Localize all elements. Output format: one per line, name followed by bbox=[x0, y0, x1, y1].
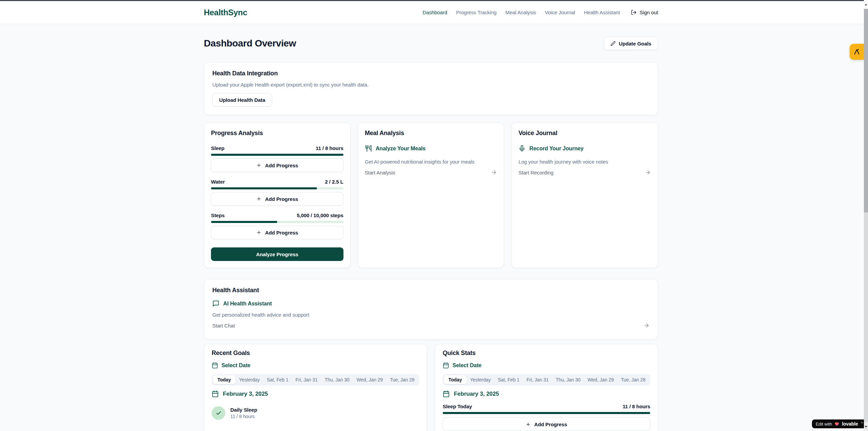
meal-analysis-card: Meal Analysis Analyze Your Meals Get AI-… bbox=[358, 123, 504, 268]
upload-health-data-button[interactable]: Upload Health Data bbox=[212, 93, 272, 107]
metric-label: Sleep bbox=[211, 145, 225, 151]
selected-date[interactable]: February 3, 2025 bbox=[443, 390, 650, 397]
logout-icon bbox=[631, 10, 637, 15]
feature-description: Log your health journey with voice notes bbox=[518, 159, 651, 165]
scrollbar-thumb[interactable] bbox=[864, 9, 868, 212]
plus-icon bbox=[256, 230, 262, 235]
card-title: Progress Analysis bbox=[211, 130, 343, 137]
update-goals-button[interactable]: Update Goals bbox=[604, 37, 658, 50]
date-tab-today[interactable]: Today bbox=[444, 375, 466, 384]
date-tab[interactable]: Wed, Jan 29 bbox=[353, 375, 386, 384]
edit-with-label: Edit with bbox=[816, 421, 832, 427]
sign-out-label: Sign out bbox=[640, 10, 658, 15]
nav-item-progress-tracking[interactable]: Progress Tracking bbox=[456, 10, 496, 15]
feature-link-label: AI Health Assistant bbox=[223, 301, 272, 307]
feature-description: Get AI-powered nutritional insights for … bbox=[365, 159, 497, 165]
upload-health-data-label: Upload Health Data bbox=[219, 97, 265, 103]
date-tab[interactable]: Tue, Jan 28 bbox=[618, 375, 649, 384]
plus-icon bbox=[256, 163, 262, 168]
goal-list-item: Daily Sleep 11 / 8 hours bbox=[212, 406, 419, 420]
metric-sleep: Sleep 11 / 8 hours Add Progress bbox=[211, 145, 343, 172]
card-title: Health Assistant bbox=[212, 287, 650, 294]
date-tab[interactable]: Tue, Jan 28 bbox=[387, 375, 418, 384]
progress-analysis-card: Progress Analysis Sleep 11 / 8 hours Add… bbox=[204, 123, 351, 268]
date-tab[interactable]: Sat, Feb 1 bbox=[494, 375, 523, 384]
lovable-badge-icon bbox=[853, 48, 861, 56]
analyze-your-meals-link[interactable]: Analyze Your Meals bbox=[365, 145, 497, 152]
add-progress-label: Add Progress bbox=[265, 163, 298, 168]
add-progress-steps-button[interactable]: Add Progress bbox=[211, 226, 343, 239]
card-title: Health Data Integration bbox=[212, 70, 650, 77]
select-date-button[interactable]: Select Date bbox=[443, 362, 650, 369]
goal-name: Daily Sleep bbox=[230, 407, 257, 413]
add-progress-water-button[interactable]: Add Progress bbox=[211, 192, 343, 206]
nav-item-health-assistant[interactable]: Health Assistant bbox=[584, 10, 620, 15]
start-recording-action[interactable]: Start Recording bbox=[518, 169, 651, 175]
update-goals-label: Update Goals bbox=[619, 41, 652, 46]
date-tab-yesterday[interactable]: Yesterday bbox=[467, 375, 494, 384]
recent-goals-card: Recent Goals Select Date Today Yesterday… bbox=[204, 344, 427, 431]
feature-action-label: Start Analysis bbox=[365, 170, 395, 175]
selected-date[interactable]: February 3, 2025 bbox=[212, 390, 419, 397]
metric-value: 5,000 / 10,000 steps bbox=[297, 212, 343, 218]
card-title: Voice Journal bbox=[518, 130, 651, 137]
card-description: Upload your Apple Health export (export.… bbox=[212, 82, 650, 88]
arrow-right-icon bbox=[643, 322, 650, 329]
stat-row-sleep-today: Sleep Today 11 / 8 hours bbox=[443, 404, 650, 409]
analyze-progress-button[interactable]: Analyze Progress bbox=[211, 247, 343, 261]
date-tab[interactable]: Wed, Jan 29 bbox=[584, 375, 617, 384]
date-tab[interactable]: Thu, Jan 30 bbox=[552, 375, 584, 384]
edit-with-lovable-badge[interactable]: Edit with lovable × bbox=[812, 419, 867, 428]
add-progress-sleep-button[interactable]: Add Progress bbox=[211, 158, 343, 172]
select-date-label: Select Date bbox=[222, 362, 250, 369]
page-scrollbar[interactable] bbox=[864, 0, 868, 431]
card-title: Meal Analysis bbox=[365, 130, 497, 137]
date-tab-yesterday[interactable]: Yesterday bbox=[236, 375, 263, 384]
feature-action-label: Start Chat bbox=[212, 323, 235, 329]
stat-value: 11 / 8 hours bbox=[623, 404, 650, 409]
plus-icon bbox=[256, 196, 262, 202]
metric-water: Water 2 / 2.5 L Add Progress bbox=[211, 179, 343, 206]
plus-icon bbox=[526, 422, 531, 427]
progress-bar bbox=[211, 221, 343, 223]
app-header: HealthSync Dashboard Progress Tracking M… bbox=[0, 1, 864, 24]
record-your-journey-link[interactable]: Record Your Journey bbox=[518, 145, 651, 152]
add-progress-button[interactable]: Add Progress bbox=[443, 417, 650, 431]
date-tab[interactable]: Fri, Jan 31 bbox=[523, 375, 552, 384]
nav-item-meal-analysis[interactable]: Meal Analysis bbox=[506, 10, 536, 15]
utensils-icon bbox=[365, 145, 372, 152]
health-assistant-card: Health Assistant AI Health Assistant Get… bbox=[204, 279, 658, 340]
date-tab[interactable]: Thu, Jan 30 bbox=[321, 375, 353, 384]
calendar-icon bbox=[443, 390, 450, 397]
add-progress-label: Add Progress bbox=[265, 196, 298, 202]
dashboard-main: Dashboard Overview Update Goals Health D… bbox=[204, 24, 658, 431]
calendar-icon bbox=[212, 362, 218, 369]
feature-link-label: Record Your Journey bbox=[529, 146, 583, 152]
check-icon bbox=[216, 410, 222, 416]
date-tab-today[interactable]: Today bbox=[213, 375, 235, 384]
nav-item-voice-journal[interactable]: Voice Journal bbox=[545, 10, 575, 15]
metric-label: Steps bbox=[211, 212, 225, 218]
select-date-button[interactable]: Select Date bbox=[212, 362, 419, 369]
metric-value: 2 / 2.5 L bbox=[325, 179, 343, 185]
date-tab-bar: Today Yesterday Sat, Feb 1 Fri, Jan 31 T… bbox=[212, 374, 419, 386]
app-logo[interactable]: HealthSync bbox=[204, 8, 247, 17]
sign-out-button[interactable]: Sign out bbox=[631, 10, 658, 15]
ai-health-assistant-link[interactable]: AI Health Assistant bbox=[212, 300, 650, 307]
selected-date-label: February 3, 2025 bbox=[223, 391, 268, 397]
lovable-side-tab[interactable] bbox=[850, 44, 864, 60]
scrollbar-down-arrow[interactable] bbox=[864, 422, 868, 431]
badge-close-icon[interactable]: × bbox=[861, 420, 863, 425]
date-tab[interactable]: Fri, Jan 31 bbox=[292, 375, 321, 384]
lovable-brand-label: lovable bbox=[842, 421, 858, 427]
start-chat-action[interactable]: Start Chat bbox=[212, 322, 650, 329]
nav-item-dashboard[interactable]: Dashboard bbox=[423, 10, 447, 15]
scrollbar-up-arrow[interactable] bbox=[864, 0, 868, 9]
calendar-icon bbox=[212, 390, 219, 397]
arrow-right-icon bbox=[645, 169, 651, 175]
add-progress-label: Add Progress bbox=[534, 421, 567, 427]
start-analysis-action[interactable]: Start Analysis bbox=[365, 169, 497, 175]
health-data-integration-card: Health Data Integration Upload your Appl… bbox=[204, 62, 658, 115]
selected-date-label: February 3, 2025 bbox=[454, 391, 499, 397]
date-tab[interactable]: Sat, Feb 1 bbox=[263, 375, 292, 384]
